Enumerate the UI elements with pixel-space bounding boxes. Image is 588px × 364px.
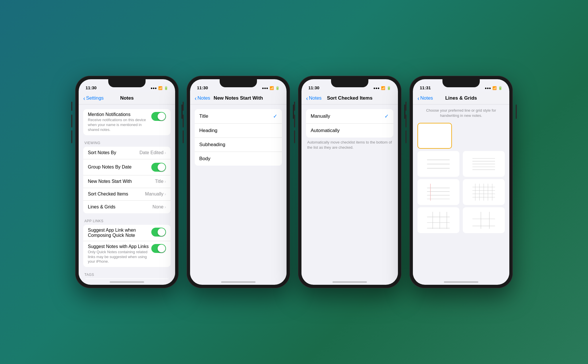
chevron-icon: › <box>165 150 166 155</box>
signal-icon-3: ●●● <box>373 86 380 90</box>
status-time-3: 11:30 <box>308 85 319 90</box>
choice-body[interactable]: Body <box>195 152 282 166</box>
lines-narrow-preview <box>467 154 500 174</box>
wifi-icon-4: 📶 <box>492 86 497 90</box>
viewing-section-label: VIEWING <box>79 141 175 145</box>
lg-blank-item[interactable] <box>417 123 452 149</box>
nav-title-4: Lines & Grids <box>445 95 477 101</box>
sort-notes-item[interactable]: Sort Notes By Date Edited › <box>83 147 171 159</box>
toggle-thumb-2 <box>158 163 165 171</box>
mention-label: Mention Notifications <box>88 112 151 117</box>
volume-down-button-2 <box>183 130 184 143</box>
nav-title-1: Notes <box>120 95 134 101</box>
suggest-quick-note-item[interactable]: Suggest App Link when Composing Quick No… <box>83 225 171 241</box>
lg-lines-narrow-item[interactable] <box>463 151 505 177</box>
phone-1: 11:30 ●●● 📶 🔋 ‹ Settings Notes Mention N… <box>75 76 179 288</box>
nav-bar-3: ‹ Notes Sort Checked Items <box>301 92 398 104</box>
new-notes-item[interactable]: New Notes Start With Title › <box>83 175 171 188</box>
phone-3: 11:30 ●●● 📶 🔋 ‹ Notes Sort Checked Items… <box>298 76 401 288</box>
choice-subheading[interactable]: Subheading <box>195 138 282 152</box>
mention-notifications-item[interactable]: Mention Notifications Receive notificati… <box>83 109 171 135</box>
suggest-app-links-toggle[interactable] <box>151 244 166 253</box>
blank-preview <box>421 126 448 146</box>
suggest-app-links-subtitle: Only Quick Notes containing related link… <box>88 250 151 264</box>
sort-notes-value: Date Edited <box>140 150 164 155</box>
mention-group: Mention Notifications Receive notificati… <box>83 109 171 135</box>
sort-checked-item[interactable]: Sort Checked Items Manually › <box>83 188 171 201</box>
sort-checked-desc: Automatically move checklist items to th… <box>301 138 398 152</box>
lg-margin-item[interactable] <box>417 179 459 205</box>
power-button-4 <box>516 104 517 119</box>
choice-manually[interactable]: Manually ✓ <box>306 109 393 124</box>
screen-4: Choose your preferred line or grid style… <box>413 104 509 279</box>
volume-up-button <box>71 115 72 127</box>
back-button-2[interactable]: ‹ Notes <box>195 95 210 101</box>
new-notes-label: New Notes Start With <box>88 179 155 184</box>
new-notes-right: Title › <box>155 179 166 184</box>
choice-automatically-label: Automatically <box>311 128 340 133</box>
sort-checked-value: Manually <box>145 191 163 197</box>
checkmark-manually: ✓ <box>384 113 389 119</box>
volume-up-button-2 <box>183 115 184 127</box>
lg-grid-large-item[interactable] <box>463 207 505 233</box>
lines-grids-label: Lines & Grids <box>88 204 152 210</box>
back-label-3: Notes <box>309 95 322 101</box>
notch <box>108 79 146 87</box>
screen-3: Manually ✓ Automatically Automatically m… <box>301 104 398 279</box>
phone-4: 11:31 ●●● 📶 🔋 ‹ Notes Lines & Grids Choo… <box>409 76 513 288</box>
home-indicator-2 <box>190 279 287 285</box>
grid-medium-preview <box>422 210 455 230</box>
toggle-thumb <box>158 113 165 120</box>
lines-grids-desc: Choose your preferred line or grid style… <box>413 104 509 122</box>
lg-lines-wide-item[interactable] <box>417 151 459 177</box>
group-notes-toggle[interactable] <box>151 163 166 172</box>
home-indicator-3 <box>301 279 398 285</box>
choice-heading[interactable]: Heading <box>195 124 282 138</box>
toggle-thumb-4 <box>158 245 165 252</box>
lg-grid-small-item[interactable] <box>463 179 505 205</box>
volume-down-button-4 <box>405 130 407 143</box>
choice-subheading-label: Subheading <box>199 142 225 148</box>
status-icons-2: ●●● 📶 🔋 <box>262 86 280 90</box>
chevron-icon-2: › <box>165 179 166 184</box>
suggest-quick-note-label: Suggest App Link when Composing Quick No… <box>88 228 151 238</box>
mention-subtitle: Receive notifications on this device whe… <box>88 118 151 132</box>
screen-2: Title ✓ Heading Subheading Body <box>190 104 287 279</box>
nav-title-3: Sort Checked Items <box>327 95 373 101</box>
status-time-2: 11:30 <box>197 85 208 90</box>
notch-3 <box>331 79 368 87</box>
back-button-3[interactable]: ‹ Notes <box>306 95 322 101</box>
lg-grid-medium-item[interactable] <box>417 207 459 233</box>
suggest-app-links-item[interactable]: Suggest Notes with App Links Only Quick … <box>83 241 171 267</box>
screen-1: Mention Notifications Receive notificati… <box>79 104 175 279</box>
chevron-icon-4: › <box>165 205 166 209</box>
mention-toggle[interactable] <box>151 112 166 121</box>
choice-automatically[interactable]: Automatically <box>306 124 393 138</box>
volume-up-button-4 <box>405 115 407 127</box>
back-arrow-icon-2: ‹ <box>195 95 197 101</box>
nav-title-2: New Notes Start With <box>214 95 263 101</box>
lines-wide-preview <box>422 154 455 174</box>
choice-title[interactable]: Title ✓ <box>195 109 282 124</box>
back-button-4[interactable]: ‹ Notes <box>417 95 433 101</box>
status-icons-3: ●●● 📶 🔋 <box>373 86 391 90</box>
back-label-2: Notes <box>198 95 210 101</box>
wifi-icon: 📶 <box>158 86 163 90</box>
applinks-section-label: APP LINKS <box>79 219 175 223</box>
sort-checked-label: Sort Checked Items <box>88 191 145 197</box>
tags-section-label: TAGS <box>79 273 175 277</box>
sort-checked-right: Manually › <box>145 191 166 197</box>
back-arrow-icon-3: ‹ <box>306 95 308 101</box>
silent-switch-3 <box>294 102 295 111</box>
signal-icon-4: ●●● <box>485 86 491 90</box>
lines-grids-item[interactable]: Lines & Grids None › <box>83 201 171 213</box>
nav-bar-4: ‹ Notes Lines & Grids <box>413 92 509 104</box>
toggle-thumb-3 <box>158 228 165 236</box>
back-arrow-icon-4: ‹ <box>417 95 419 101</box>
back-button-1[interactable]: ‹ Settings <box>83 95 104 101</box>
back-label-4: Notes <box>420 95 433 101</box>
group-notes-item[interactable]: Group Notes By Date <box>83 159 171 175</box>
suggest-quick-note-toggle[interactable] <box>151 228 166 237</box>
viewing-group: Sort Notes By Date Edited › Group Notes … <box>83 147 171 213</box>
svg-rect-0 <box>421 127 448 145</box>
